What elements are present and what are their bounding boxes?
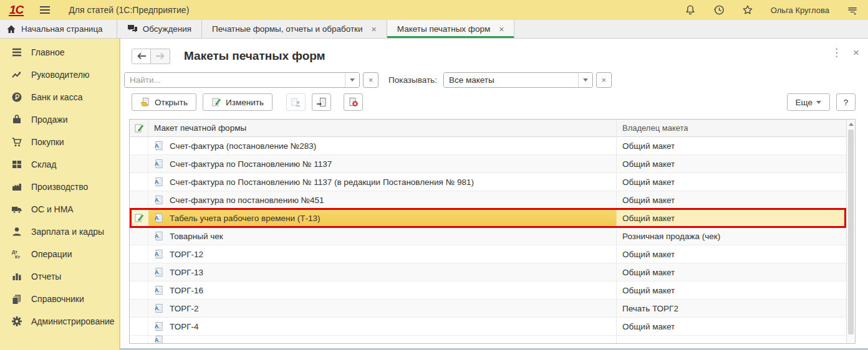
svg-text:А: А [155,215,159,221]
table-row[interactable]: А ТОРГ-13 Общий макет [130,263,846,281]
form-menu-dots-icon[interactable]: ⋮ [831,47,842,58]
row-marker-cell [130,137,148,154]
row-name-cell[interactable]: А Счет-фактура по Постановлению № 1137 (… [148,173,616,191]
sheet-pencil-icon [134,123,144,133]
row-name-cell[interactable]: А Счет-фактура (постановление №283) [148,137,616,154]
template-name: Счет-фактура по постановлению №451 [170,196,324,205]
sidebar-item-label: Отчеты [31,272,61,281]
sidebar-item-sales[interactable]: Продажи [0,108,119,131]
person-icon [11,226,22,237]
sidebar-item-label: Склад [31,159,57,169]
row-name-cell[interactable]: А Счет-фактура по постановлению №451 [148,191,616,209]
search-dropdown-icon[interactable] [345,73,359,87]
table-row-partial[interactable]: А [130,336,846,344]
show-filter-dropdown-icon[interactable] [578,73,592,87]
row-name-cell[interactable]: А ТОРГ-13 [148,263,616,281]
row-name-cell[interactable]: А ТОРГ-4 [148,318,616,335]
search-input[interactable] [125,73,345,87]
table-row[interactable]: А Товарный чек Розничная продажа (чек) [130,227,846,245]
sidebar-item-label: Администрирование [31,316,115,326]
scroll-thumb[interactable] [848,130,854,334]
template-owner[interactable]: Общий макет [616,191,846,209]
table-row[interactable]: А Счет-фактура по постановлению №451 Общ… [130,191,846,209]
svg-text:А: А [155,323,159,329]
sidebar-item-reports[interactable]: Отчеты [0,265,119,288]
form-close-icon[interactable]: × [853,47,859,58]
row-name-cell[interactable]: А Табель учета рабочего времени (Т-13) [148,209,616,227]
tab-close-icon[interactable]: × [372,24,377,34]
row-name-cell[interactable]: А Товарный чек [148,227,616,245]
sidebar-item-administration[interactable]: Администрирование [0,310,119,333]
tab-discussions[interactable]: Обсуждения [117,20,202,38]
table-row[interactable]: А Счет-фактура по Постановлению № 1137 О… [130,155,846,173]
row-marker-cell [130,209,148,227]
row-name-cell[interactable]: А Счет-фактура по Постановлению № 1137 [148,155,616,173]
debit-credit-icon: ДтКт [11,248,22,260]
template-owner[interactable]: Общий макет [616,318,846,335]
sidebar-item-production[interactable]: Производство [0,176,119,198]
template-doc-icon: А [154,213,164,223]
app-title: Для статей (1С:Предприятие) [69,5,189,15]
sidebar-item-directories[interactable]: Справочники [0,288,119,310]
templates-table: Макет печатной формы Владелец макета А С… [129,119,856,344]
sidebar-item-fixed-assets[interactable]: ОС и НМА [0,198,119,220]
history-icon[interactable] [712,3,726,17]
sidebar-item-manager[interactable]: Руководителю [0,64,119,86]
scroll-up-button[interactable] [847,120,855,129]
sidebar-item-purchases[interactable]: Покупки [0,131,119,153]
sidebar-item-main[interactable]: Главное [0,41,119,64]
notifications-bell-icon[interactable] [683,3,697,17]
delete-template-button[interactable] [344,93,363,111]
open-button[interactable]: Открыть [132,93,196,111]
column-header-owner[interactable]: Владелец макета [616,120,846,136]
show-filter-value[interactable] [444,73,578,87]
template-owner[interactable]: Общий макет [616,245,846,263]
show-filter-clear-button[interactable]: × [596,72,612,88]
search-clear-button[interactable]: × [363,72,379,88]
user-name[interactable]: Ольга Круглова [771,6,829,15]
sidebar-item-warehouse[interactable]: Склад [0,153,119,176]
create-based-on-button[interactable] [286,93,306,111]
nav-back-button[interactable] [132,49,151,64]
help-button[interactable]: ? [836,93,856,111]
tools-settings-menu-icon[interactable] [846,3,859,17]
svg-text:Кт: Кт [15,254,21,260]
template-owner[interactable]: Общий макет [616,209,846,227]
table-row[interactable]: А Счет-фактура по Постановлению № 1137 (… [130,173,846,191]
template-owner[interactable]: Общий макет [616,281,846,299]
tab-print-templates[interactable]: Макеты печатных форм × [387,20,515,38]
table-row[interactable]: А Табель учета рабочего времени (Т-13) О… [130,209,846,227]
template-owner[interactable]: Общий макет [616,137,846,154]
table-row[interactable]: А ТОРГ-12 Общий макет [130,245,846,263]
favorites-star-icon[interactable] [741,3,755,17]
row-name-cell[interactable]: А ТОРГ-12 [148,245,616,263]
tab-home[interactable]: Начальная страница [0,20,117,38]
header-marker-cell[interactable] [130,120,148,136]
tab-print-forms[interactable]: Печатные формы, отчеты и обработки × [202,20,387,38]
template-owner[interactable]: Печать ТОРГ2 [616,300,846,317]
more-button-label: Еще [796,98,813,107]
column-header-template[interactable]: Макет печатной формы [148,120,616,136]
table-row[interactable]: А ТОРГ-16 Общий макет [130,281,846,300]
tabbar: Начальная страница Обсуждения Печатные ф… [0,20,868,39]
sidebar-item-bank-cash[interactable]: Банк и касса [0,86,119,108]
main-menu-icon[interactable] [40,6,50,14]
template-owner[interactable]: Розничная продажа (чек) [616,227,846,245]
row-name-cell[interactable]: А ТОРГ-2 [148,300,616,317]
tab-close-icon[interactable]: × [499,24,504,34]
more-button[interactable]: Еще [787,93,830,111]
table-row[interactable]: А ТОРГ-2 Печать ТОРГ2 [130,300,846,318]
sidebar-item-label: Покупки [31,137,64,147]
edit-button[interactable]: Изменить [203,93,272,111]
row-name-cell[interactable]: А ТОРГ-16 [148,281,616,299]
table-row[interactable]: А ТОРГ-4 Общий макет [130,318,846,336]
sidebar-item-payroll-hr[interactable]: Зарплата и кадры [0,220,119,243]
template-owner[interactable]: Общий макет [616,263,846,281]
table-row[interactable]: А Счет-фактура (постановление №283) Общи… [130,137,846,155]
sidebar-item-operations[interactable]: ДтКт Операции [0,243,119,265]
load-from-file-button[interactable] [312,93,331,111]
nav-forward-button[interactable] [151,49,170,64]
template-owner[interactable]: Общий макет [616,155,846,173]
template-owner[interactable]: Общий макет [616,173,846,191]
chevron-down-icon [816,101,821,104]
